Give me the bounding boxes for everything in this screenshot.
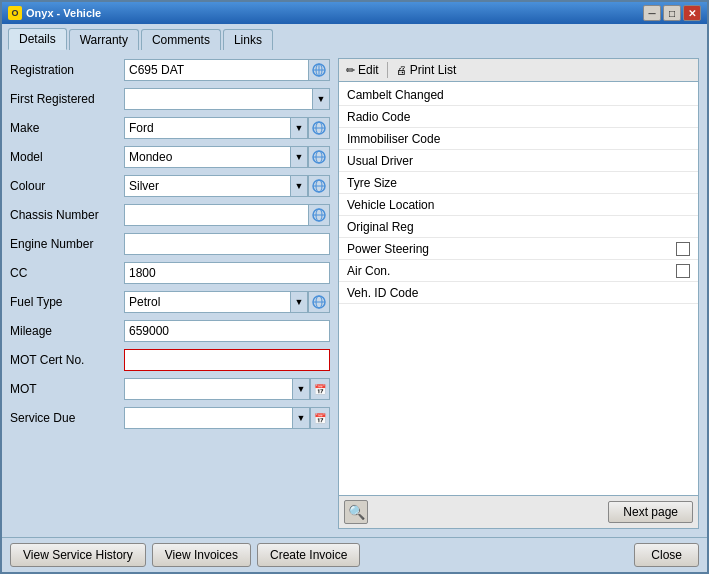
registration-input[interactable] xyxy=(124,59,308,81)
chassis-number-label: Chassis Number xyxy=(10,208,120,222)
fuel-type-input[interactable] xyxy=(124,291,290,313)
make-globe-button[interactable] xyxy=(308,117,330,139)
cc-input[interactable] xyxy=(124,262,330,284)
fuel-type-globe-button[interactable] xyxy=(308,291,330,313)
mileage-input[interactable] xyxy=(124,320,330,342)
edit-label: Edit xyxy=(358,63,379,77)
tab-details[interactable]: Details xyxy=(8,28,67,50)
colour-globe-button[interactable] xyxy=(308,175,330,197)
toolbar-separator xyxy=(387,62,388,78)
print-icon: 🖨 xyxy=(396,64,407,76)
mot-label: MOT xyxy=(10,382,120,396)
edit-button[interactable]: ✏ Edit xyxy=(344,62,381,78)
close-window-button[interactable]: ✕ xyxy=(683,5,701,21)
engine-number-input[interactable] xyxy=(124,233,330,255)
model-row: Model ▼ xyxy=(10,145,330,169)
model-input-group: ▼ xyxy=(124,146,330,168)
search-button[interactable]: 🔍 xyxy=(344,500,368,524)
colour-dropdown-button[interactable]: ▼ xyxy=(290,175,308,197)
colour-label: Colour xyxy=(10,179,120,193)
fuel-type-input-group: ▼ xyxy=(124,291,330,313)
main-window: O Onyx - Vehicle ─ □ ✕ Details Warranty … xyxy=(0,0,709,574)
view-service-history-button[interactable]: View Service History xyxy=(10,543,146,567)
registration-input-group xyxy=(124,59,330,81)
window-title: Onyx - Vehicle xyxy=(26,7,101,19)
colour-input-group: ▼ xyxy=(124,175,330,197)
make-label: Make xyxy=(10,121,120,135)
cc-row: CC xyxy=(10,261,330,285)
property-checkbox[interactable] xyxy=(676,264,690,278)
model-dropdown-button[interactable]: ▼ xyxy=(290,146,308,168)
cc-label: CC xyxy=(10,266,120,280)
property-row[interactable]: Cambelt Changed xyxy=(339,84,698,106)
service-due-input[interactable] xyxy=(124,407,292,429)
property-row[interactable]: Original Reg xyxy=(339,216,698,238)
mot-calendar-button[interactable]: 📅 xyxy=(310,378,330,400)
mot-cert-input[interactable] xyxy=(124,349,330,371)
print-list-label: Print List xyxy=(410,63,457,77)
property-name: Immobiliser Code xyxy=(347,132,690,146)
service-due-calendar-button[interactable]: 📅 xyxy=(310,407,330,429)
property-row[interactable]: Usual Driver xyxy=(339,150,698,172)
first-registered-dropdown-button[interactable]: ▼ xyxy=(312,88,330,110)
fuel-type-label: Fuel Type xyxy=(10,295,120,309)
title-bar-left: O Onyx - Vehicle xyxy=(8,6,101,20)
service-due-input-group: ▼ 📅 xyxy=(124,407,330,429)
registration-label: Registration xyxy=(10,63,120,77)
tab-links[interactable]: Links xyxy=(223,29,273,50)
service-due-label: Service Due xyxy=(10,411,120,425)
first-registered-input[interactable] xyxy=(124,88,312,110)
property-name: Tyre Size xyxy=(347,176,690,190)
tab-warranty[interactable]: Warranty xyxy=(69,29,139,50)
view-invoices-button[interactable]: View Invoices xyxy=(152,543,251,567)
property-name: Power Steering xyxy=(347,242,676,256)
model-globe-button[interactable] xyxy=(308,146,330,168)
property-row[interactable]: Immobiliser Code xyxy=(339,128,698,150)
minimize-button[interactable]: ─ xyxy=(643,5,661,21)
property-row[interactable]: Radio Code xyxy=(339,106,698,128)
make-input[interactable] xyxy=(124,117,290,139)
model-input[interactable] xyxy=(124,146,290,168)
chassis-number-input[interactable] xyxy=(124,204,308,226)
property-row[interactable]: Vehicle Location xyxy=(339,194,698,216)
property-row[interactable]: Air Con. xyxy=(339,260,698,282)
tab-comments[interactable]: Comments xyxy=(141,29,221,50)
property-row[interactable]: Veh. ID Code xyxy=(339,282,698,304)
make-dropdown-button[interactable]: ▼ xyxy=(290,117,308,139)
mot-input-group: ▼ 📅 xyxy=(124,378,330,400)
globe-icon xyxy=(312,121,326,135)
right-panel: ✏ Edit 🖨 Print List Cambelt ChangedRadio… xyxy=(338,58,699,529)
fuel-type-row: Fuel Type ▼ xyxy=(10,290,330,314)
first-registered-row: First Registered ▼ xyxy=(10,87,330,111)
service-due-dropdown-button[interactable]: ▼ xyxy=(292,407,310,429)
property-checkbox[interactable] xyxy=(676,242,690,256)
close-button[interactable]: Close xyxy=(634,543,699,567)
chassis-globe-button[interactable] xyxy=(308,204,330,226)
property-name: Cambelt Changed xyxy=(347,88,690,102)
right-toolbar: ✏ Edit 🖨 Print List xyxy=(339,59,698,82)
property-name: Vehicle Location xyxy=(347,198,690,212)
mot-input[interactable] xyxy=(124,378,292,400)
registration-globe-button[interactable] xyxy=(308,59,330,81)
property-row[interactable]: Tyre Size xyxy=(339,172,698,194)
globe-icon xyxy=(312,150,326,164)
property-row[interactable]: Power Steering xyxy=(339,238,698,260)
fuel-type-dropdown-button[interactable]: ▼ xyxy=(290,291,308,313)
tab-bar: Details Warranty Comments Links xyxy=(2,24,707,50)
mileage-row: Mileage xyxy=(10,319,330,343)
app-icon: O xyxy=(8,6,22,20)
service-due-row: Service Due ▼ 📅 xyxy=(10,406,330,430)
next-page-button[interactable]: Next page xyxy=(608,501,693,523)
bottom-left-buttons: View Service History View Invoices Creat… xyxy=(10,543,360,567)
chassis-number-input-group xyxy=(124,204,330,226)
mileage-label: Mileage xyxy=(10,324,120,338)
print-list-button[interactable]: 🖨 Print List xyxy=(394,62,459,78)
mot-dropdown-button[interactable]: ▼ xyxy=(292,378,310,400)
engine-number-row: Engine Number xyxy=(10,232,330,256)
properties-list: Cambelt ChangedRadio CodeImmobiliser Cod… xyxy=(339,82,698,495)
create-invoice-button[interactable]: Create Invoice xyxy=(257,543,360,567)
first-registered-input-group: ▼ xyxy=(124,88,330,110)
colour-input[interactable] xyxy=(124,175,290,197)
globe-icon xyxy=(312,208,326,222)
maximize-button[interactable]: □ xyxy=(663,5,681,21)
